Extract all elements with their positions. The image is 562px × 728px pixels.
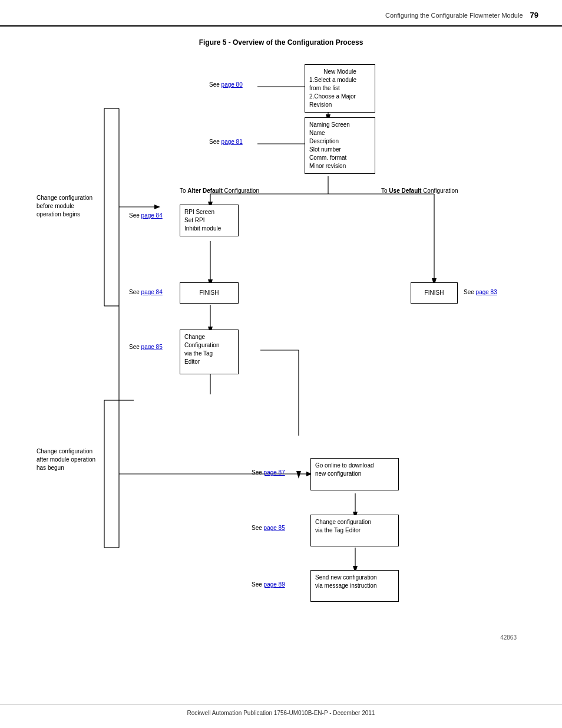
naming-screen-name: Name xyxy=(309,129,371,137)
link-page-89[interactable]: page 89 xyxy=(264,581,285,588)
naming-screen-desc: Description xyxy=(309,137,371,146)
link-page-81[interactable]: page 81 xyxy=(222,139,243,145)
label-see-page-87: See page 87 xyxy=(252,469,285,477)
cct-line3: via the Tag xyxy=(184,350,234,358)
label-see-page-80: See page 80 xyxy=(209,81,243,89)
label-change-after-line3: has begun xyxy=(37,464,104,472)
label-alter-default: To Alter Default Configuration xyxy=(180,187,286,195)
label-see-page-85-top: See page 85 xyxy=(129,343,163,351)
go-online-line2: new configuration xyxy=(315,470,394,478)
label-see-page-83: See page 83 xyxy=(464,288,497,297)
naming-screen-slot: Slot number xyxy=(309,146,371,154)
naming-screen-title: Naming Screen xyxy=(309,121,371,129)
change-config-tag-editor-top-box: Change Configuration via the Tag Editor xyxy=(180,330,239,374)
label-change-before-line1: Change configuration xyxy=(37,194,101,202)
finish-right-label: FINISH xyxy=(425,289,444,297)
label-change-before-line3: operation begins xyxy=(37,210,101,219)
label-change-before-line2: before module xyxy=(37,202,101,210)
rpi-screen-inhibit: Inhibit module xyxy=(184,225,234,233)
link-page-80[interactable]: page 80 xyxy=(222,81,243,88)
link-page-83[interactable]: page 83 xyxy=(476,289,497,295)
finish-left-label: FINISH xyxy=(200,289,219,297)
cct-line2: Configuration xyxy=(184,341,234,350)
alter-default-bold: Alter Default xyxy=(187,187,222,194)
rpi-screen-title: RPI Screen xyxy=(184,208,234,216)
ccb-line2: via the Tag Editor xyxy=(315,526,394,535)
label-use-default: To Use Default Configuration xyxy=(381,187,487,195)
link-page-85-bottom[interactable]: page 85 xyxy=(264,525,285,531)
finish-right-box: FINISH xyxy=(411,282,458,304)
go-online-box: Go online to download new configuration xyxy=(310,458,399,490)
link-page-84-top[interactable]: page 84 xyxy=(141,212,163,219)
label-change-before: Change configuration before module opera… xyxy=(37,194,101,219)
figure-number: 42863 xyxy=(500,634,517,642)
label-change-after-line2: after module operation xyxy=(37,456,104,464)
svg-marker-4 xyxy=(154,205,160,209)
naming-screen-box: Naming Screen Name Description Slot numb… xyxy=(305,117,375,174)
naming-screen-comm: Comm. format xyxy=(309,154,371,162)
snc-line1: Send new configuration xyxy=(315,574,394,582)
naming-screen-minor: Minor revision xyxy=(309,162,371,170)
label-see-page-89: See page 89 xyxy=(252,581,285,589)
new-module-title: New Module xyxy=(309,68,371,76)
rpi-screen-set: Set RPI xyxy=(184,216,234,225)
ccb-line1: Change configuration xyxy=(315,518,394,526)
figure-title: Figure 5 - Overview of the Configuration… xyxy=(0,38,562,47)
label-see-page-84-bottom: See page 84 xyxy=(129,288,163,297)
label-change-after-line1: Change configuration xyxy=(37,447,104,456)
link-page-85-top[interactable]: page 85 xyxy=(141,344,163,350)
label-see-page-85-bottom: See page 85 xyxy=(252,524,285,532)
send-new-config-box: Send new configuration via message instr… xyxy=(310,570,399,602)
finish-left-box: FINISH xyxy=(180,282,239,304)
link-page-87[interactable]: page 87 xyxy=(264,469,285,476)
cct-line4: Editor xyxy=(184,358,234,366)
label-see-page-84-top: See page 84 xyxy=(129,212,163,220)
footer-text: Rockwell Automation Publication 1756-UM0… xyxy=(187,710,375,716)
rpi-screen-box: RPI Screen Set RPI Inhibit module xyxy=(180,205,239,236)
header-text: Configuring the Configurable Flowmeter M… xyxy=(385,12,523,19)
new-module-line4: Revision xyxy=(309,101,371,109)
page-footer: Rockwell Automation Publication 1756-UM0… xyxy=(0,704,562,716)
label-see-page-81: See page 81 xyxy=(209,138,243,146)
page-number: 79 xyxy=(530,11,538,19)
label-change-after: Change configuration after module operat… xyxy=(37,447,104,472)
use-default-bold: Use Default xyxy=(389,187,421,194)
new-module-line3: 2.Choose a Major xyxy=(309,93,371,101)
new-module-line2: from the list xyxy=(309,84,371,93)
svg-marker-32 xyxy=(296,471,301,479)
diagram-container: New Module 1.Select a module from the li… xyxy=(28,52,534,660)
diagram-svg xyxy=(28,52,534,660)
go-online-line1: Go online to download xyxy=(315,462,394,470)
snc-line2: via message instruction xyxy=(315,582,394,590)
new-module-line1: 1.Select a module xyxy=(309,76,371,84)
page-header: Configuring the Configurable Flowmeter M… xyxy=(0,0,562,27)
new-module-box: New Module 1.Select a module from the li… xyxy=(305,64,375,113)
link-page-84-bottom[interactable]: page 84 xyxy=(141,289,163,295)
cct-line1: Change xyxy=(184,333,234,341)
change-config-tag-editor-bottom-box: Change configuration via the Tag Editor xyxy=(310,515,399,546)
